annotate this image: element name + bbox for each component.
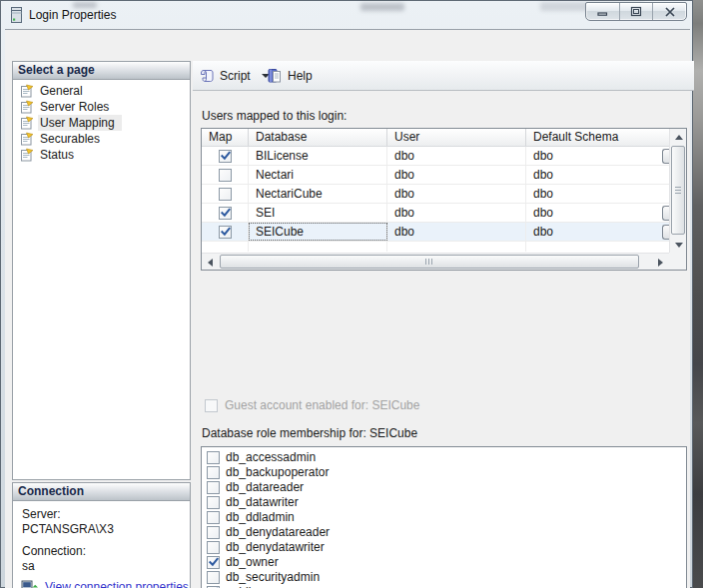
help-button[interactable]: Help xyxy=(263,65,317,87)
scroll-left-button[interactable] xyxy=(202,254,219,271)
user-cell[interactable]: dbo xyxy=(387,147,526,165)
role-label: db_denydatareader xyxy=(226,526,330,539)
table-row-seicube[interactable]: SEICubedbodbo xyxy=(202,223,669,242)
view-connection-properties[interactable]: View connection properties xyxy=(21,579,189,588)
help-label: Help xyxy=(288,69,313,83)
column-header-default-schema[interactable]: Default Schema xyxy=(526,129,669,146)
role-item-db-datawriter[interactable]: db_datawriter xyxy=(202,495,686,510)
empty-cell xyxy=(526,242,669,252)
sidebar-item-status[interactable]: Status xyxy=(13,147,190,163)
role-item-db-securityadmin[interactable]: db_securityadmin xyxy=(202,570,686,585)
map-checkbox[interactable] xyxy=(219,207,232,220)
scroll-down-button[interactable] xyxy=(670,237,687,253)
role-checkbox[interactable] xyxy=(207,571,220,584)
script-button[interactable]: Script xyxy=(195,65,274,87)
default-schema-cell[interactable]: dbo xyxy=(526,185,669,203)
table-row-sei[interactable]: SEIdbodbo xyxy=(202,204,669,223)
user-cell[interactable]: dbo xyxy=(387,223,526,241)
sidebar-item-user-mapping[interactable]: User Mapping xyxy=(13,115,190,131)
minimize-icon xyxy=(597,7,608,17)
page-icon xyxy=(20,84,34,98)
horizontal-scrollbar-thumb[interactable] xyxy=(220,255,639,269)
role-checkbox[interactable] xyxy=(207,511,220,524)
user-cell[interactable]: dbo xyxy=(387,185,526,203)
scroll-down-icon xyxy=(675,243,683,248)
role-checkbox[interactable] xyxy=(207,451,220,464)
default-schema-cell[interactable]: dbo xyxy=(526,166,669,184)
role-item-db-ddladmin[interactable]: db_ddladmin xyxy=(202,510,686,525)
table-header-row: MapDatabaseUserDefault Schema xyxy=(202,129,669,147)
table-row-nectari[interactable]: Nectaridbodbo xyxy=(202,166,669,185)
map-checkbox[interactable] xyxy=(219,188,232,201)
guest-account-row: Guest account enabled for: SEICube xyxy=(205,398,419,412)
database-cell[interactable]: NectariCube xyxy=(249,185,387,203)
map-cell[interactable] xyxy=(202,147,249,165)
database-cell[interactable]: BILicense xyxy=(249,147,387,165)
table-row-nectaricube[interactable]: NectariCubedbodbo xyxy=(202,185,669,204)
window-title: Login Properties xyxy=(29,8,116,22)
sidebar-item-label: User Mapping xyxy=(38,115,122,131)
vertical-scrollbar-thumb[interactable] xyxy=(671,146,685,235)
vertical-scrollbar[interactable] xyxy=(669,129,686,253)
column-header-database[interactable]: Database xyxy=(249,129,387,146)
view-connection-properties-link[interactable]: View connection properties xyxy=(45,580,189,588)
role-checkbox[interactable] xyxy=(207,481,220,494)
default-schema-cell[interactable]: dbo xyxy=(526,204,669,222)
glass-reflection xyxy=(360,3,404,11)
map-checkbox[interactable] xyxy=(219,169,232,182)
default-schema-cell[interactable]: dbo xyxy=(526,147,669,165)
scroll-right-button[interactable] xyxy=(652,254,669,271)
role-checkbox[interactable] xyxy=(207,541,220,554)
column-header-user[interactable]: User xyxy=(387,129,526,146)
scrollbar-corner xyxy=(669,253,686,270)
scroll-right-icon xyxy=(658,259,663,267)
role-item-db-denydatareader[interactable]: db_denydatareader xyxy=(202,525,686,540)
sidebar-item-general[interactable]: General xyxy=(13,83,190,99)
schema-ellipsis-button[interactable] xyxy=(662,225,669,240)
maximize-button[interactable] xyxy=(620,3,654,20)
help-icon xyxy=(267,68,283,84)
role-checkbox[interactable] xyxy=(207,556,220,569)
map-checkbox[interactable] xyxy=(219,150,232,163)
role-item-db-datareader[interactable]: db_datareader xyxy=(202,480,686,495)
map-cell[interactable] xyxy=(202,223,249,241)
map-cell[interactable] xyxy=(202,185,249,203)
role-membership-list: db_accessadmindb_backupoperatordb_datare… xyxy=(201,446,687,588)
user-cell[interactable]: dbo xyxy=(387,166,526,184)
schema-ellipsis-button[interactable] xyxy=(662,149,669,164)
schema-ellipsis-button[interactable] xyxy=(662,206,669,221)
horizontal-scrollbar[interactable] xyxy=(202,253,669,270)
database-cell[interactable]: SEI xyxy=(249,204,387,222)
map-checkbox[interactable] xyxy=(219,226,232,239)
connection-properties-icon xyxy=(21,579,39,588)
table-row-bilicense[interactable]: BILicensedbodbo xyxy=(202,147,669,166)
sidebar-item-server-roles[interactable]: Server Roles xyxy=(13,99,190,115)
database-cell[interactable]: Nectari xyxy=(249,166,387,184)
empty-row xyxy=(202,242,669,252)
page-icon xyxy=(20,148,34,162)
sidebar-item-securables[interactable]: Securables xyxy=(13,131,190,147)
role-label: db_datawriter xyxy=(226,496,299,509)
map-cell[interactable] xyxy=(202,204,249,222)
column-header-map[interactable]: Map xyxy=(202,129,249,146)
role-checkbox[interactable] xyxy=(207,466,220,479)
title-bar[interactable]: Login Properties xyxy=(1,1,692,29)
role-item-db-denydatawriter[interactable]: db_denydatawriter xyxy=(202,540,686,555)
role-item-db-backupoperator[interactable]: db_backupoperator xyxy=(202,465,686,480)
role-item-db-accessadmin[interactable]: db_accessadmin xyxy=(202,450,686,465)
map-cell[interactable] xyxy=(202,166,249,184)
scroll-up-icon xyxy=(675,135,683,140)
background-window-edge xyxy=(693,0,703,588)
role-checkbox[interactable] xyxy=(207,496,220,509)
user-cell[interactable]: dbo xyxy=(387,204,526,222)
role-item-db-owner[interactable]: db_owner xyxy=(202,555,686,570)
role-checkbox[interactable] xyxy=(207,526,220,539)
close-button[interactable] xyxy=(653,3,686,20)
default-schema-cell[interactable]: dbo xyxy=(526,223,669,241)
page-icon xyxy=(20,132,34,146)
scroll-up-button[interactable] xyxy=(670,129,687,145)
toolbar: Script Help xyxy=(193,61,694,91)
script-label: Script xyxy=(220,69,251,83)
script-icon xyxy=(199,68,215,84)
minimize-button[interactable] xyxy=(586,3,620,20)
